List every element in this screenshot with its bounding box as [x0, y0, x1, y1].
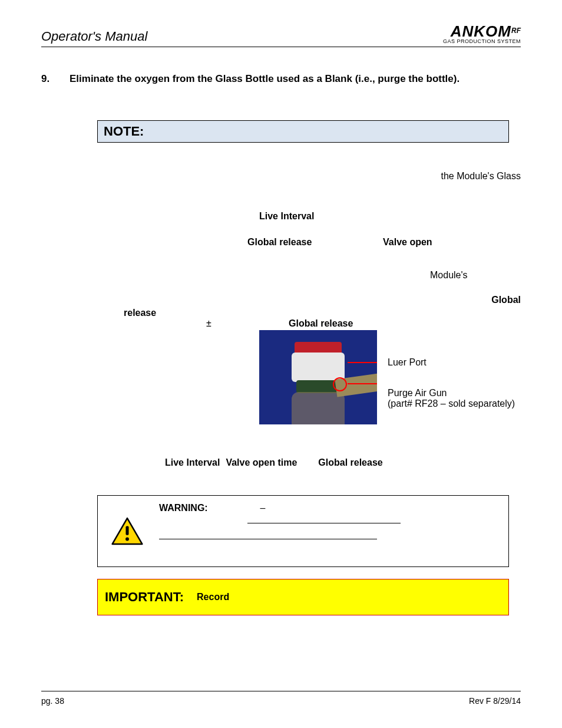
text-global-release-2: Global release: [289, 318, 353, 329]
step-text: Eliminate the oxygen from the Glass Bott…: [70, 73, 459, 85]
text-global-release-1: Global release: [247, 237, 312, 248]
text-release: release: [124, 308, 156, 318]
page-header: Operator's Manual ANKOMRF GAS PRODUCTION…: [41, 24, 521, 47]
header-title: Operator's Manual: [41, 29, 147, 44]
note-label: NOTE:: [104, 124, 144, 139]
step-heading: 9. Eliminate the oxygen from the Glass B…: [41, 73, 521, 85]
page: Operator's Manual ANKOMRF GAS PRODUCTION…: [0, 0, 562, 728]
important-record: Record: [197, 592, 229, 602]
text-global: Global: [491, 295, 521, 305]
term-live-interval: Live Interval: [165, 457, 220, 468]
term-valve-open-time: Valve open time: [226, 457, 297, 468]
warning-icon-cell: [98, 496, 157, 566]
logo-text: ANKOM: [451, 22, 511, 40]
warning-label: WARNING:: [159, 503, 208, 513]
important-label: IMPORTANT:: [105, 589, 184, 605]
svg-point-2: [125, 538, 129, 541]
product-photo: [259, 330, 377, 424]
mid-content: the Module's Glass Live Interval Global …: [41, 143, 521, 319]
warning-text: WARNING: –: [157, 496, 508, 566]
note-box: NOTE:: [97, 120, 509, 143]
text-module-glass: the Module's Glass: [441, 171, 521, 182]
term-global-release: Global release: [318, 457, 382, 468]
label-purge-gun-line2: (part# RF28 – sold separately): [388, 398, 515, 409]
label-purge-gun-line1: Purge Air Gun: [388, 388, 515, 398]
warning-dash: –: [260, 503, 266, 513]
page-footer: pg. 38 Rev F 8/29/14: [41, 691, 521, 706]
important-box: IMPORTANT: Record: [97, 579, 509, 615]
terms-row: Live Interval Valve open time Global rel…: [165, 457, 521, 468]
figure-row: Luer Port Purge Air Gun (part# RF28 – so…: [259, 330, 521, 424]
svg-rect-1: [125, 526, 128, 535]
warning-icon: [111, 517, 143, 545]
figure-labels: Luer Port Purge Air Gun (part# RF28 – so…: [388, 330, 515, 409]
footer-rev: Rev F 8/29/14: [469, 696, 521, 706]
brand-logo: ANKOMRF GAS PRODUCTION SYSTEM: [443, 24, 521, 44]
text-valve-open: Valve open: [383, 237, 432, 248]
label-luer-port: Luer Port: [388, 357, 515, 368]
footer-page: pg. 38: [41, 696, 64, 706]
text-plusminus: ±: [206, 318, 211, 329]
logo-rf: RF: [511, 27, 521, 35]
step-number: 9.: [41, 73, 53, 85]
warning-box: WARNING: –: [97, 495, 509, 567]
text-modules: Module's: [430, 270, 468, 281]
text-live-interval: Live Interval: [259, 211, 314, 222]
